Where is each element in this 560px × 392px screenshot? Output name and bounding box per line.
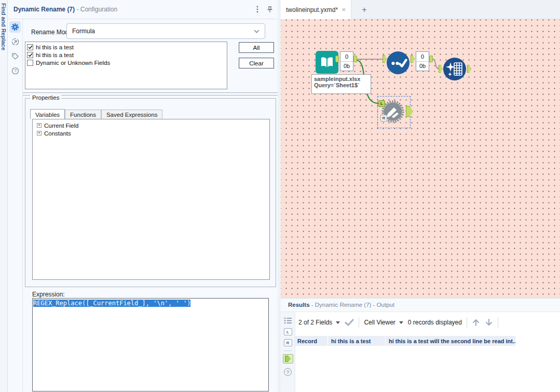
check-icon: [345, 319, 354, 326]
apply-check-button[interactable]: [345, 319, 354, 326]
input-data-icon: [316, 51, 338, 74]
checkbox-checked-icon[interactable]: [27, 44, 33, 50]
tab-saved-expressions[interactable]: Saved Expressions: [101, 110, 162, 119]
expression-text[interactable]: REGEX_Replace([_CurrentField_], '\n', ' …: [33, 299, 268, 308]
tab-functions[interactable]: Functions: [65, 110, 101, 119]
annotation-line: Query=`Sheet1$`: [314, 82, 368, 88]
properties-tabs: Variables Functions Saved Expressions: [30, 109, 162, 119]
workflow-tab[interactable]: twolineinput.yxmd* ×: [281, 0, 351, 19]
tree-item-constants[interactable]: + Constants: [34, 129, 268, 137]
configuration-subtitle: - Configuration: [76, 6, 117, 13]
right-input-anchor-button[interactable]: R: [284, 339, 292, 346]
gear-icon: [11, 23, 19, 31]
cell-viewer-text: Cell Viewer: [364, 319, 395, 326]
connection-anchor[interactable]: [429, 56, 433, 62]
selected-expression-text: REGEX_Replace([_CurrentField_], '\n', ' …: [33, 300, 190, 307]
results-panel: Results - Dynamic Rename (7) - Output L …: [281, 298, 560, 392]
tool-name-label: Dynamic Rename (7): [13, 6, 75, 13]
output-anchor-button-selected[interactable]: [283, 354, 293, 363]
configuration-content: Rename Mode: Formula hi this is a test h…: [23, 19, 278, 392]
toolbar-separator: [467, 317, 467, 328]
expand-icon[interactable]: +: [37, 131, 42, 136]
left-input-anchor-button[interactable]: L: [284, 328, 292, 335]
field-label: hi this is a test: [36, 44, 74, 50]
fields-filter-dropdown[interactable]: 2 of 2 Fields: [298, 319, 340, 326]
new-tab-button[interactable]: +: [359, 4, 370, 16]
configuration-gear-button[interactable]: [9, 21, 21, 33]
cell-viewer-dropdown[interactable]: Cell Viewer: [364, 319, 403, 326]
rename-right-input-anchor[interactable]: R: [380, 115, 387, 121]
arrow-down-icon: [485, 318, 493, 327]
kebab-icon: [256, 5, 258, 13]
scroll-up-button[interactable]: [472, 318, 480, 327]
results-subtitle: - Dynamic Rename (7) - Output: [311, 302, 394, 308]
rail-divider: [284, 350, 292, 351]
workflow-tab-label: twolineinput.yxmd*: [286, 6, 338, 13]
annotation-line: sampleinput.xlsx: [314, 76, 368, 82]
chevron-down-icon: [254, 30, 259, 33]
list-icon: [284, 317, 292, 324]
browse-tool[interactable]: [443, 57, 467, 81]
help-icon: ?: [11, 67, 19, 75]
expand-icon[interactable]: +: [37, 123, 42, 128]
connection-wire[interactable]: [433, 59, 439, 69]
field-row[interactable]: hi this is a test: [27, 43, 225, 51]
field-checkbox-list[interactable]: hi this is a test hi this is a test Dyna…: [25, 42, 227, 89]
configuration-header: Dynamic Rename (7) - Configuration: [8, 0, 278, 19]
connection-anchor[interactable]: [353, 56, 357, 62]
input-data-tool[interactable]: [316, 51, 338, 74]
select-all-button[interactable]: All: [239, 42, 274, 53]
expression-editor[interactable]: REGEX_Replace([_CurrentField_], '\n', ' …: [32, 298, 269, 391]
results-list-view-button[interactable]: [283, 316, 293, 325]
toolbar-separator: [359, 317, 359, 328]
tree-item-label[interactable]: Current Field: [44, 123, 78, 129]
rename-mode-value: Formula: [72, 28, 254, 35]
record-count: 0: [340, 52, 353, 62]
connection-progress-box: 0 0b: [416, 51, 429, 71]
tool-annotation[interactable]: sampleinput.xlsx Query=`Sheet1$`: [311, 74, 371, 94]
clear-selection-button[interactable]: Clear: [239, 58, 274, 69]
expression-label: Expression:: [32, 291, 65, 298]
input-output-anchor[interactable]: [335, 56, 339, 62]
svg-text:?: ?: [14, 68, 17, 73]
help-button[interactable]: ?: [9, 65, 21, 76]
caret-down-icon: [399, 321, 403, 324]
select-tool-icon: [386, 51, 410, 75]
field-label: hi this is a test: [36, 52, 74, 58]
select-tool[interactable]: [386, 51, 410, 75]
results-table-header: Record hi this is a test hi this is a te…: [294, 336, 515, 346]
rename-mode-select[interactable]: Formula: [66, 23, 265, 39]
output-anchor-icon: [285, 356, 291, 362]
find-and-replace-vertical-tab[interactable]: Find and Replace: [1, 0, 7, 50]
close-tab-icon[interactable]: ×: [342, 6, 346, 13]
run-annotation-button[interactable]: [9, 36, 21, 47]
column-header[interactable]: hi this is a test: [328, 336, 385, 346]
pin-icon: [266, 6, 274, 13]
checkbox-checked-icon[interactable]: [27, 52, 33, 58]
variables-tree[interactable]: + Current Field + Constants: [32, 119, 270, 280]
caret-down-icon: [336, 321, 340, 324]
tree-item-label[interactable]: Constants: [44, 130, 71, 137]
record-size: 0b: [340, 62, 353, 71]
scroll-down-button[interactable]: [485, 318, 493, 327]
results-help-button[interactable]: ?: [284, 368, 292, 376]
configuration-panel: Dynamic Rename (7) - Configuration: [8, 0, 278, 392]
record-count: 0: [416, 52, 429, 62]
panel-menu-button[interactable]: [253, 4, 262, 15]
results-toolbar: 2 of 2 Fields Cell Viewer 0 records disp…: [298, 315, 498, 330]
tree-item-current-field[interactable]: + Current Field: [34, 121, 268, 129]
field-row[interactable]: Dynamic or Unknown Fields: [27, 59, 225, 66]
workflow-canvas[interactable]: 0 0b 0 0b sampleinput.xls: [281, 19, 560, 298]
tab-variables[interactable]: Variables: [30, 109, 65, 119]
column-header[interactable]: hi this is a test will the second line b…: [386, 336, 515, 346]
rename-left-input-anchor[interactable]: L: [378, 100, 385, 107]
toolbar-separator: [498, 317, 498, 328]
tag-icon: [11, 52, 19, 60]
pin-panel-button[interactable]: [265, 4, 275, 15]
field-row[interactable]: hi this is a test: [27, 51, 225, 59]
column-header[interactable]: Record: [294, 336, 327, 346]
field-label: Dynamic or Unknown Fields: [36, 60, 110, 66]
results-header: Results - Dynamic Rename (7) - Output: [281, 299, 560, 312]
tag-button[interactable]: [9, 50, 21, 62]
checkbox-unchecked-icon[interactable]: [27, 60, 33, 66]
